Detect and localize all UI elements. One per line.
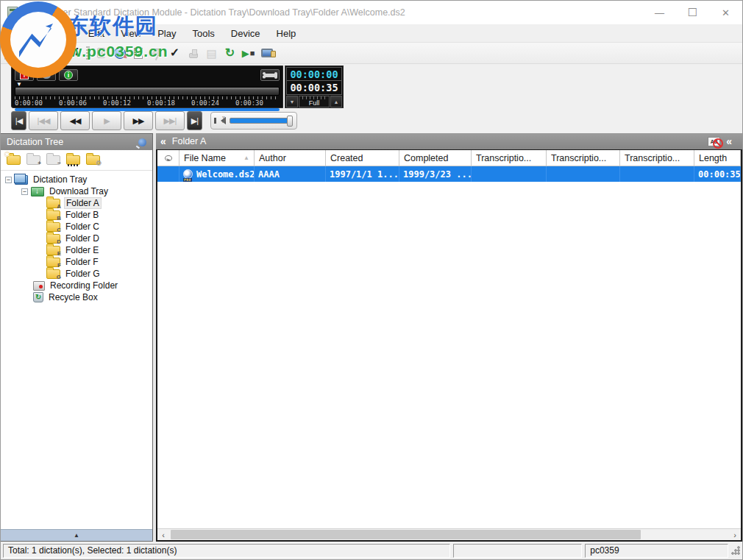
tree-scroll-up-button[interactable]: ▲ — [1, 529, 152, 541]
status-bar: Total: 1 dictation(s), Selected: 1 dicta… — [1, 542, 742, 559]
menu-play[interactable]: Play — [149, 26, 184, 41]
progress-row: ▼ — [15, 84, 280, 96]
column-priority[interactable] — [157, 150, 179, 166]
tree-item-folder-a[interactable]: A Folder A — [1, 197, 152, 209]
tree-item-folder-d[interactable]: D Folder D — [1, 233, 152, 244]
column-transcription-2[interactable]: Transcriptio... — [547, 150, 620, 166]
auto-text-off-icon[interactable]: AB — [708, 137, 720, 146]
new-folder-icon[interactable]: ✱ — [7, 155, 21, 165]
column-author[interactable]: Author — [255, 150, 326, 166]
list-panel-header: « Folder A AB « — [156, 133, 742, 149]
menu-help[interactable]: Help — [269, 26, 305, 41]
stamp-icon — [184, 44, 202, 62]
cell-transcription-2 — [547, 166, 620, 182]
tree-item-download-tray[interactable]: − Download Tray — [1, 185, 152, 197]
zoom-in-button[interactable]: ▲ — [330, 96, 342, 107]
main-toolbar: ✂ ✗ ✓ ▤ ↻ ▶■ — [1, 43, 742, 64]
volume-slider-handle[interactable] — [287, 116, 293, 127]
toolbar-grip[interactable] — [4, 46, 8, 60]
status-summary: Total: 1 dictation(s), Selected: 1 dicta… — [3, 544, 450, 558]
pin-icon[interactable] — [138, 138, 146, 146]
cell-length: 00:00:35 — [694, 166, 741, 182]
menu-tools[interactable]: Tools — [184, 26, 222, 41]
tree-item-folder-f[interactable]: F Folder F — [1, 256, 152, 268]
dictation-tray-icon — [15, 175, 28, 185]
menu-device[interactable]: Device — [223, 26, 269, 41]
dss-pro-file-icon: PRO — [183, 169, 193, 179]
tree-item-recording-folder[interactable]: Recording Folder — [1, 280, 152, 291]
toolbar-grip-2[interactable] — [86, 46, 90, 60]
info-marker-button[interactable]: i — [59, 69, 78, 81]
speaker-icon — [217, 117, 226, 124]
table-row[interactable]: PRO Welcome.ds2 AAAA 1997/1/1 1... 1999/… — [157, 166, 741, 182]
zoom-out-button[interactable]: ▼ — [286, 96, 298, 107]
monitor-audio-icon[interactable] — [257, 44, 276, 62]
scroll-right-icon[interactable]: › — [729, 531, 741, 539]
tree-item-folder-b[interactable]: B Folder B — [1, 209, 152, 221]
tree-item-folder-g[interactable]: G Folder G — [1, 268, 152, 280]
add-folder-icon: + — [26, 155, 40, 165]
tree-item-folder-c[interactable]: C Folder C — [1, 221, 152, 233]
playback-display: ! i ▼ 0:00:00 0:00:06 0:00:12 0:00:18 0:… — [11, 65, 283, 108]
scroll-left-icon[interactable]: ‹ — [157, 531, 169, 539]
edit-comments-icon[interactable] — [110, 44, 129, 62]
jump-to-start-button[interactable]: |◀ — [11, 111, 26, 130]
column-completed[interactable]: Completed — [399, 150, 472, 166]
marker-row: ! i — [15, 68, 280, 82]
maximize-button[interactable]: ☐ — [676, 1, 709, 24]
column-created[interactable]: Created — [326, 150, 399, 166]
scrollbar-thumb[interactable] — [171, 530, 641, 539]
player-settings-button[interactable] — [260, 69, 280, 81]
verify-icon[interactable]: ✓ — [166, 44, 184, 62]
menu-file[interactable]: File — [5, 26, 37, 41]
folder-list-panel: « Folder A AB « File Name▲ Author Create… — [156, 133, 742, 542]
folder-d-icon: D — [46, 234, 60, 244]
minimize-button[interactable]: — — [643, 1, 676, 24]
delete-icon[interactable]: ✗ — [65, 44, 84, 62]
close-button[interactable]: ✕ — [709, 1, 742, 24]
menu-edit[interactable]: Edit — [80, 26, 113, 41]
resize-grip[interactable] — [731, 546, 740, 555]
column-transcription-1[interactable]: Transcriptio... — [472, 150, 547, 166]
volume-slider[interactable] — [230, 118, 292, 124]
zoom-level-control: ▼ Full ▲ — [286, 96, 342, 107]
folder-f-icon: F — [46, 258, 60, 267]
window-controls: — ☐ ✕ — [643, 1, 742, 24]
tree-item-folder-e[interactable]: E Folder E — [1, 244, 152, 256]
folder-properties-icon[interactable]: ⚙ — [86, 155, 100, 165]
convert-dictation-icon[interactable] — [129, 44, 147, 62]
current-time-display: 00:00:00 — [287, 68, 341, 81]
menu-view[interactable]: View — [113, 26, 149, 41]
direct-play-icon[interactable]: ▶■ — [239, 44, 257, 62]
rewind-button[interactable]: ◀◀ — [60, 111, 90, 130]
rename-folder-icon[interactable] — [66, 155, 80, 165]
horizontal-scrollbar[interactable]: ‹ › — [157, 528, 741, 540]
collapse-left-icon[interactable]: « — [160, 135, 166, 147]
menu-folder[interactable]: Folder — [37, 26, 80, 41]
cut-icon[interactable]: ✂ — [10, 44, 29, 62]
folder-b-icon: B — [46, 210, 60, 220]
download-tray-icon — [31, 187, 44, 196]
ruler-tick-label: 0:00:30 — [235, 99, 280, 107]
expander-icon[interactable]: − — [5, 177, 12, 183]
expander-icon[interactable]: − — [21, 188, 28, 195]
address-book-icon: ▤ — [202, 44, 221, 62]
time-ruler: 0:00:00 0:00:06 0:00:12 0:00:18 0:00:24 … — [15, 96, 280, 111]
priority-marker-button[interactable]: ! — [15, 69, 34, 81]
comment-bubble-icon — [42, 72, 51, 79]
fast-forward-button[interactable]: ▶▶ — [124, 111, 153, 130]
cell-transcription-1 — [472, 166, 547, 182]
column-file-name[interactable]: File Name▲ — [179, 150, 255, 166]
cell-file-name: PRO Welcome.ds2 — [179, 166, 255, 182]
progress-bar[interactable] — [15, 87, 280, 96]
tree-item-recycle-box[interactable]: Recycle Box — [1, 291, 152, 303]
zoom-level-display: Full — [299, 96, 330, 107]
tree-item-dictation-tray[interactable]: − Dictation Tray — [1, 174, 152, 185]
refresh-icon[interactable]: ↻ — [221, 44, 239, 62]
column-transcription-3[interactable]: Transcriptio... — [620, 150, 694, 166]
folder-c-icon: C — [46, 222, 60, 232]
collapse-right-icon[interactable]: « — [726, 135, 732, 147]
column-length[interactable]: Length — [694, 150, 741, 166]
jump-to-end-button[interactable]: ▶| — [187, 111, 202, 130]
copy-icon[interactable] — [29, 44, 47, 62]
